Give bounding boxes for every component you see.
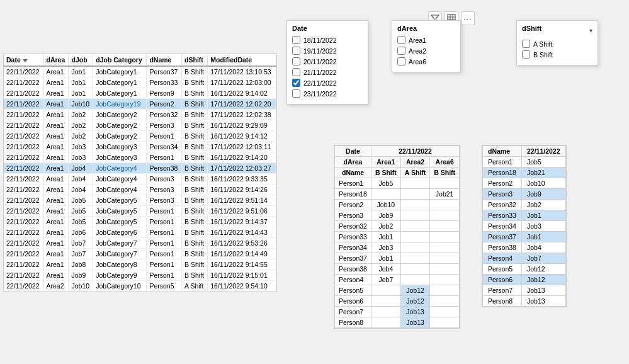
dshift-filter-title: dShift bbox=[522, 25, 541, 32]
darea-checkbox-0[interactable] bbox=[397, 36, 405, 44]
cf-row: Person33Job1 bbox=[335, 232, 460, 242]
cf-area1: Area1 bbox=[371, 157, 400, 168]
dshift-filter-item-1: B Shift bbox=[522, 50, 592, 59]
dn-header-row: dName 22/11/2022 bbox=[483, 146, 566, 157]
date-checkbox-4[interactable] bbox=[292, 79, 300, 87]
dshift-checkbox-0[interactable] bbox=[522, 40, 530, 48]
cf-row: Person37Job1 bbox=[335, 253, 460, 264]
table-body: 22/11/2022Area1Job1JobCategory1Person37B… bbox=[4, 66, 276, 292]
date-label-1: 19/11/2022 bbox=[303, 47, 337, 55]
dshift-filter-item-0: A Shift bbox=[522, 40, 592, 48]
date-filter-item-5: 23/11/2022 bbox=[292, 89, 363, 98]
cf-date-value: 22/11/2022 bbox=[371, 146, 459, 157]
cf-header-row-1: Date 22/11/2022 bbox=[335, 146, 460, 157]
data-table: Date dArea dJob dJob Category dName dShi… bbox=[4, 54, 276, 292]
dn-row: Person18Job21 bbox=[483, 168, 566, 178]
col-dshift[interactable]: dShift bbox=[182, 54, 208, 66]
date-label-4: 22/11/2022 bbox=[303, 79, 337, 87]
date-filter-panel: Date 18/11/2022 19/11/2022 20/11/2022 21… bbox=[286, 20, 368, 105]
col-darea[interactable]: dArea bbox=[43, 54, 69, 66]
dn-row: Person4Job7 bbox=[483, 253, 566, 264]
more-icon-btn[interactable]: ··· bbox=[461, 11, 475, 25]
darea-filter-item-1: Area2 bbox=[397, 47, 455, 55]
darea-checkbox-1[interactable] bbox=[397, 47, 405, 55]
date-checkbox-1[interactable] bbox=[292, 47, 300, 55]
dshift-filter-header: dShift ▾ bbox=[522, 25, 592, 36]
date-checkbox-2[interactable] bbox=[292, 57, 300, 65]
date-checkbox-5[interactable] bbox=[292, 89, 300, 98]
date-filter-item-0: 18/11/2022 bbox=[292, 36, 363, 44]
dn-row: Person33Job1 bbox=[483, 210, 566, 221]
date-filter-item-2: 20/11/2022 bbox=[292, 57, 363, 65]
cf-row: Person18Job21 bbox=[335, 189, 460, 200]
table-row: 22/11/2022Area1Job9JobCategory9Person1B … bbox=[4, 270, 276, 281]
dshift-label-0: A Shift bbox=[533, 40, 552, 48]
cf-shift-area6: B Shift bbox=[430, 168, 460, 178]
col-dname[interactable]: dName bbox=[147, 54, 182, 66]
table-row: 22/11/2022Area1Job2JobCategory2Person3B … bbox=[4, 120, 276, 131]
table-row: 22/11/2022Area1Job1JobCategory1Person9B … bbox=[4, 88, 276, 99]
crossfilter-summary-table: Date 22/11/2022 dArea Area1 Area2 Area6 … bbox=[334, 145, 460, 329]
cf-row: Person38Job4 bbox=[335, 264, 460, 275]
dname-summary-table: dName 22/11/2022 Person1Job5Person18Job2… bbox=[482, 145, 567, 307]
table-row: 22/11/2022Area1Job1JobCategory1Person37B… bbox=[4, 66, 276, 77]
date-checkbox-0[interactable] bbox=[292, 36, 300, 44]
date-label-2: 20/11/2022 bbox=[303, 58, 337, 65]
cf-shift-area1: B Shift bbox=[371, 168, 400, 178]
date-label-3: 21/11/2022 bbox=[303, 69, 337, 76]
col-djob-category[interactable]: dJob Category bbox=[93, 54, 147, 66]
table-row: 22/11/2022Area1Job2JobCategory2Person1B … bbox=[4, 131, 276, 142]
darea-label-0: Area1 bbox=[409, 37, 426, 44]
darea-checkbox-2[interactable] bbox=[397, 57, 405, 65]
col-date[interactable]: Date bbox=[4, 54, 43, 66]
table-row: 22/11/2022Area1Job3JobCategory3Person1B … bbox=[4, 152, 276, 163]
cf-row: Person2Job10 bbox=[335, 200, 460, 210]
table-row: 22/11/2022Area1Job4JobCategory4Person38B… bbox=[4, 163, 276, 174]
darea-label-1: Area2 bbox=[409, 47, 426, 55]
table-row: 22/11/2022Area1Job5JobCategory5Person1B … bbox=[4, 206, 276, 217]
table-row: 22/11/2022Area1Job4JobCategory4Person3B … bbox=[4, 174, 276, 185]
dshift-checkbox-1[interactable] bbox=[522, 50, 530, 59]
dshift-filter-panel: dShift ▾ A Shift B Shift bbox=[516, 20, 598, 65]
table-row: 22/11/2022Area1Job1JobCategory1Person33B… bbox=[4, 77, 276, 88]
dn-row: Person8Job13 bbox=[483, 296, 566, 307]
darea-filter-panel: dArea Area1 Area2 Area6 bbox=[392, 20, 461, 72]
col-modified-date[interactable]: ModifiedDate bbox=[208, 54, 276, 66]
cf-shift-area2: A Shift bbox=[400, 168, 429, 178]
col-djob[interactable]: dJob bbox=[69, 54, 93, 66]
dn-row: Person5Job12 bbox=[483, 264, 566, 275]
darea-label-2: Area6 bbox=[409, 58, 426, 65]
date-filter-item-4: 22/11/2022 bbox=[292, 79, 363, 87]
dn-row: Person7Job13 bbox=[483, 285, 566, 296]
dn-row: Person37Job1 bbox=[483, 232, 566, 242]
main-data-table: Date dArea dJob dJob Category dName dShi… bbox=[3, 54, 277, 292]
darea-filter-item-0: Area1 bbox=[397, 36, 455, 44]
date-checkbox-3[interactable] bbox=[292, 68, 300, 76]
dn-col-name: dName bbox=[483, 146, 522, 157]
cf-body: Person1Job5Person18Job21Person2Job10Pers… bbox=[335, 178, 460, 328]
table-row: 22/11/2022Area1Job2JobCategory2Person32B… bbox=[4, 110, 276, 120]
cf-area2: Area2 bbox=[400, 157, 429, 168]
cf-row: Person3Job9 bbox=[335, 210, 460, 221]
table-header-row: Date dArea dJob dJob Category dName dShi… bbox=[4, 54, 276, 66]
dn-row: Person3Job9 bbox=[483, 189, 566, 200]
dn-body: Person1Job5Person18Job21Person2Job10Pers… bbox=[483, 157, 566, 307]
table-row: 22/11/2022Area1Job7JobCategory7Person1B … bbox=[4, 249, 276, 259]
cf-area6: Area6 bbox=[430, 157, 460, 168]
cf-row: Person7Job13 bbox=[335, 307, 460, 317]
table-row: 22/11/2022Area1Job6JobCategory6Person1B … bbox=[4, 227, 276, 238]
dn-row: Person32Job2 bbox=[483, 200, 566, 210]
dn-inner-table: dName 22/11/2022 Person1Job5Person18Job2… bbox=[482, 145, 566, 307]
dn-row: Person2Job10 bbox=[483, 178, 566, 189]
cf-date-label: Date bbox=[335, 146, 371, 157]
cf-header-row-2: dArea Area1 Area2 Area6 bbox=[335, 157, 460, 168]
cf-row: Person5Job12 bbox=[335, 285, 460, 296]
table-row: 22/11/2022Area2Job10JobCategory10Person5… bbox=[4, 281, 276, 292]
cf-row: Person32Job2 bbox=[335, 221, 460, 232]
cf-row: Person6Job12 bbox=[335, 296, 460, 307]
date-filter-title: Date bbox=[292, 25, 363, 32]
dn-row: Person6Job12 bbox=[483, 275, 566, 285]
dn-row: Person1Job5 bbox=[483, 157, 566, 168]
date-label-0: 18/11/2022 bbox=[303, 37, 337, 44]
cf-inner-table: Date 22/11/2022 dArea Area1 Area2 Area6 … bbox=[334, 145, 460, 328]
